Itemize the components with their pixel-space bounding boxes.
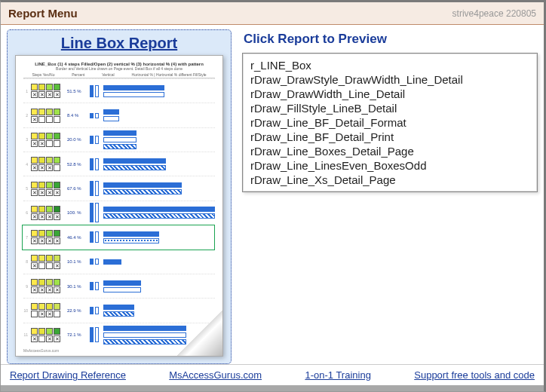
swatch xyxy=(38,182,45,188)
footer-link[interactable]: MsAccessGurus.com xyxy=(169,369,262,381)
checkbox xyxy=(46,140,53,147)
checkbox: ✕ xyxy=(31,164,38,171)
window-title: Report Menu xyxy=(8,7,78,20)
column-head: Vertical xyxy=(102,72,114,77)
swatch xyxy=(46,182,53,188)
report-list[interactable]: r_LINE_BoxrDraw_DrawStyle_DrawWidth_Line… xyxy=(242,53,538,192)
bar xyxy=(103,137,136,142)
percent-value: 100. % xyxy=(67,210,87,215)
checkbox xyxy=(38,335,45,342)
bottom-bar xyxy=(1,385,544,391)
checkbox: ✕ xyxy=(31,91,38,98)
checkbox xyxy=(31,311,38,317)
checkbox: ✕ xyxy=(31,237,38,244)
report-item[interactable]: rDraw_Line_Xs_Detail_Page xyxy=(250,173,529,187)
content-area: Line Box Report LINE_Box (1) 4 steps Fil… xyxy=(1,25,544,364)
checkbox: ✕ xyxy=(38,286,45,293)
checkbox xyxy=(54,311,60,317)
bar xyxy=(103,231,159,237)
report-item[interactable]: rDraw_Line_BF_Detail_Print xyxy=(250,130,529,144)
checkbox: ✕ xyxy=(46,213,53,220)
bar xyxy=(103,287,141,292)
bar xyxy=(103,326,186,331)
bar xyxy=(103,85,164,90)
report-item[interactable]: rDraw_DrawWidth_Line_Detail xyxy=(250,87,529,101)
horizontal-bars xyxy=(103,109,215,121)
footer-link[interactable]: 1-on-1 Training xyxy=(305,369,370,381)
checkbox: ✕ xyxy=(31,189,38,196)
checkbox: ✕ xyxy=(46,286,53,293)
swatch xyxy=(38,84,45,90)
swatch xyxy=(46,84,53,90)
vertical-bars xyxy=(90,203,100,222)
percent-value: 51.5 % xyxy=(67,89,87,93)
checkbox: ✕ xyxy=(54,335,60,342)
footer-link[interactable]: Report Drawing Reference xyxy=(10,369,126,381)
report-item[interactable]: rDraw_Line_Boxes_Detail_Page xyxy=(250,144,529,158)
swatch xyxy=(54,328,60,335)
checkbox: ✕ xyxy=(38,213,45,220)
vertical-bars xyxy=(90,231,100,243)
horizontal-bars xyxy=(103,259,215,265)
bar xyxy=(103,189,182,194)
checkbox: ✕ xyxy=(38,189,45,196)
vertical-bars xyxy=(90,136,100,144)
checkbox: ✕ xyxy=(54,262,60,269)
swatch xyxy=(46,133,53,139)
preview-row: 1✕✕✕✕51.5 % xyxy=(23,78,215,103)
report-item[interactable]: rDraw_FillStyle_LineB_Detail xyxy=(250,101,529,115)
checkbox xyxy=(38,116,45,123)
report-menu-window: Report Menu strive4peace 220805 Line Box… xyxy=(0,0,546,392)
swatch xyxy=(46,157,53,164)
swatch xyxy=(38,328,45,335)
swatches: ✕✕ xyxy=(31,133,64,147)
preview-title-link[interactable]: Line Box Report xyxy=(61,35,177,52)
swatch xyxy=(31,84,38,90)
preview-rows: 1✕✕✕✕51.5 %2✕8.4 %3✕✕20.0 %4✕✕✕52.8 %5✕✕… xyxy=(23,78,215,347)
swatch xyxy=(31,157,38,164)
swatch xyxy=(38,230,45,237)
vertical-bars xyxy=(90,259,100,265)
checkbox: ✕ xyxy=(31,262,38,269)
checkbox: ✕ xyxy=(54,286,60,293)
row-number: 1 xyxy=(23,89,28,93)
checkbox: ✕ xyxy=(38,91,45,98)
bar xyxy=(103,305,134,310)
page-curl-icon xyxy=(177,311,222,356)
right-pane: Click Report to Preview r_LINE_BoxrDraw_… xyxy=(242,29,538,364)
swatch xyxy=(54,84,60,90)
bar xyxy=(103,207,215,212)
swatches: ✕ xyxy=(31,109,64,123)
swatches: ✕✕✕✕ xyxy=(31,279,64,293)
page-heading-2: Border and Vertical Line drawn on Page e… xyxy=(23,66,215,71)
swatch xyxy=(46,303,53,310)
swatch xyxy=(31,230,38,237)
preview-row: 8✕✕10.1 % xyxy=(23,250,215,274)
swatch xyxy=(31,206,38,213)
checkbox: ✕ xyxy=(46,335,53,342)
percent-value: 72.1 % xyxy=(67,332,87,337)
percent-value: 22.9 % xyxy=(67,308,87,313)
checkbox: ✕ xyxy=(38,311,45,317)
report-item[interactable]: r_LINE_Box xyxy=(250,58,529,72)
swatches: ✕✕✕✕ xyxy=(31,230,64,244)
vertical-bars xyxy=(90,307,100,314)
bar xyxy=(103,165,166,170)
bar xyxy=(103,144,136,149)
swatches: ✕✕✕✕ xyxy=(31,84,64,98)
bar xyxy=(103,311,134,317)
bar xyxy=(103,259,121,265)
report-item[interactable]: rDraw_Line_LinesEven_BoxesOdd xyxy=(250,158,529,173)
swatch xyxy=(31,255,38,262)
horizontal-bars xyxy=(103,231,215,243)
bar xyxy=(103,130,136,136)
row-number: 8 xyxy=(23,259,28,264)
footer-link[interactable]: Support free tools and code xyxy=(414,369,535,381)
swatches: ✕✕✕ xyxy=(31,157,64,171)
report-item[interactable]: rDraw_Line_BF_Detail_Format xyxy=(250,115,529,130)
report-item[interactable]: rDraw_DrawStyle_DrawWidth_Line_Detail xyxy=(250,72,529,87)
preview-page[interactable]: LINE_Box (1) 4 steps Filled/Open (2) ver… xyxy=(15,55,223,357)
bar xyxy=(103,158,166,164)
preview-panel: Line Box Report LINE_Box (1) 4 steps Fil… xyxy=(7,29,232,364)
report-list-heading: Click Report to Preview xyxy=(244,32,538,47)
